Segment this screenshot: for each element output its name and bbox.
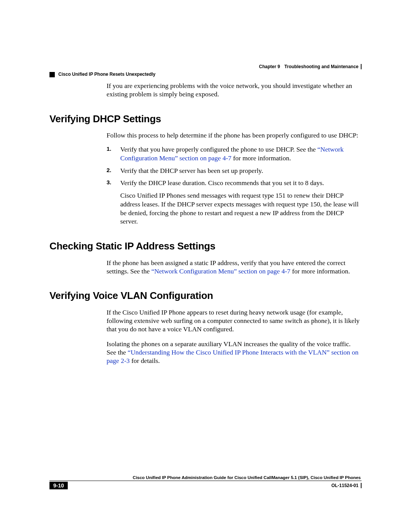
dhcp-steps: 1. Verify that you have properly configu… [107, 145, 362, 187]
intro-paragraph: If you are experiencing problems with th… [107, 82, 362, 99]
page-number: 9-10 [49, 482, 68, 489]
step-text-pre: Verify that you have properly configured… [120, 145, 317, 153]
dhcp-step-1: 1. Verify that you have properly configu… [107, 145, 362, 163]
section-title: Cisco Unified IP Phone Resets Unexpected… [58, 72, 155, 77]
dhcp-step-3-paragraph: Cisco Unified IP Phones send messages wi… [120, 191, 362, 226]
header-bullet-icon [49, 72, 55, 77]
running-header-right: Chapter 9 Troubleshooting and Maintenanc… [259, 64, 362, 69]
step-number: 1. [107, 145, 112, 153]
voice-vlan-para-2: Isolating the phones on a separate auxil… [107, 340, 362, 365]
static-ip-post: for more information. [290, 267, 350, 275]
dhcp-step-3: 3. Verify the DHCP lease duration. Cisco… [107, 179, 362, 187]
footer-guide-title: Cisco Unified IP Phone Administration Gu… [49, 475, 362, 480]
step-text-post: for more information. [231, 154, 291, 162]
chapter-label: Chapter 9 [259, 64, 280, 69]
xref-network-config-menu[interactable]: “Network Configuration Menu” section on … [151, 267, 290, 275]
doc-number: OL-11524-01 [331, 483, 362, 488]
heading-voice-vlan: Verifying Voice VLAN Configuration [49, 290, 362, 302]
chapter-title: Troubleshooting and Maintenance [284, 64, 358, 69]
step-text: Verify the DHCP lease duration. Cisco re… [120, 179, 324, 187]
step-number: 2. [107, 166, 112, 174]
footer-bar: 9-10 OL-11524-01 [49, 482, 362, 489]
running-header-left: Cisco Unified IP Phone Resets Unexpected… [49, 72, 156, 77]
footer-rule [49, 481, 362, 481]
voice-vlan-para-1: If the Cisco Unified IP Phone appears to… [107, 308, 362, 334]
heading-dhcp: Verifying DHCP Settings [49, 113, 362, 125]
voice-vlan-post: for details. [130, 357, 160, 364]
static-ip-paragraph: If the phone has been assigned a static … [107, 259, 362, 276]
dhcp-step-2: 2. Verify that the DHCP server has been … [107, 166, 362, 175]
step-number: 3. [107, 179, 112, 186]
step-text: Verify that the DHCP server has been set… [120, 167, 263, 174]
heading-static-ip: Checking Static IP Address Settings [49, 240, 362, 252]
document-page: Chapter 9 Troubleshooting and Maintenanc… [0, 0, 411, 532]
page-content: If you are experiencing problems with th… [49, 82, 362, 365]
page-footer: Cisco Unified IP Phone Administration Gu… [49, 475, 362, 489]
dhcp-intro: Follow this process to help determine if… [107, 131, 362, 140]
